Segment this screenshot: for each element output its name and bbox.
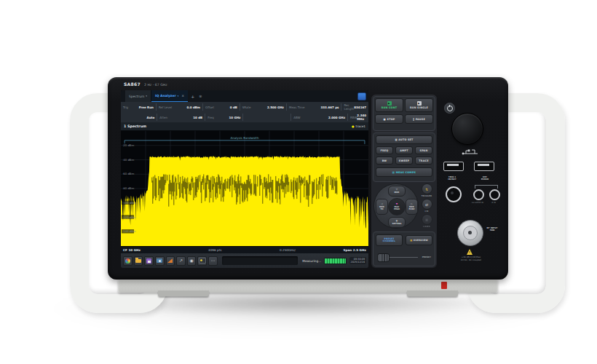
spectrum-trace-svg: Analysis Bandwidth-20 dBm-40 dBm-60 dBm-…	[121, 131, 368, 246]
offset-value: 0 dB	[230, 106, 237, 109]
stop-icon: ■	[384, 118, 386, 121]
save-icon[interactable]	[144, 256, 154, 266]
ampt-button[interactable]: AMPT	[395, 146, 413, 154]
usb-icon	[462, 149, 479, 155]
svg-text:Analysis Bandwidth: Analysis Bandwidth	[230, 136, 259, 140]
trace-button[interactable]: TRACE	[415, 157, 432, 165]
overview-button[interactable]: ▦ OVERVIEW	[406, 235, 432, 245]
warning-triangle-icon: !	[467, 249, 473, 255]
atten-label: Atten	[159, 116, 167, 119]
center-frequency-readout: CF 10 GHz	[123, 248, 141, 252]
svg-text:-40 dBm: -40 dBm	[122, 158, 134, 162]
stop-button[interactable]: ■ STOP	[375, 114, 403, 124]
close-all-tabs-icon[interactable]: ⊗	[197, 90, 203, 102]
setting-button[interactable]: ◉ SETTING	[388, 217, 406, 228]
instrument-front-panel: SA867 2 Hz - 67 GHz Spectrum ▾ IQ Analyz…	[108, 77, 508, 280]
chevron-down-icon[interactable]: ▾	[178, 95, 179, 98]
pause-button[interactable]: ‖ PAUSE	[405, 114, 433, 124]
bw-button[interactable]: BW	[376, 157, 393, 165]
abw-value: 2.000 GHz	[328, 116, 345, 119]
gear-icon[interactable]: ◉	[187, 256, 197, 266]
measure-progress-bar	[324, 258, 346, 264]
lines-button[interactable]: ≣	[422, 214, 432, 225]
side-key-column: ↯ TRIGGER ⇄ I/O ≣ LINES	[419, 183, 434, 228]
rbw-label: RBW	[350, 116, 357, 119]
freq-label: Freq	[207, 116, 214, 119]
lines-icon: ≣	[425, 218, 428, 222]
srate-value: 2.500 GHz	[267, 106, 284, 109]
tab-spectrum[interactable]: Spectrum ▾	[125, 90, 151, 102]
span-button[interactable]: SPAN	[415, 146, 432, 154]
clock: 09:30:09 2025/12/24	[349, 257, 367, 264]
close-tab-icon[interactable]: ×	[181, 94, 184, 98]
trace-color-dot-icon: ●	[352, 124, 355, 128]
preset-channel-button[interactable]: PRESET CHANNEL	[376, 234, 403, 246]
touchscreen: Spectrum ▾ IQ Analyzer ▾ × + ⊗ TrigFree …	[121, 90, 368, 268]
rotary-knob[interactable]	[451, 113, 483, 145]
run-single-button[interactable]: ▶ RUN SINGLE	[405, 98, 433, 112]
points-readout: 4096 pts	[208, 248, 221, 252]
slider-knob[interactable]	[377, 253, 390, 262]
message-readout	[222, 256, 298, 265]
measuring-status: Measuring...	[302, 259, 321, 263]
svg-text:-60 dBm: -60 dBm	[122, 172, 134, 175]
io-button[interactable]: ⇄	[422, 199, 432, 210]
screenshot-icon[interactable]	[155, 256, 165, 266]
preset-slider[interactable]: PRESET	[377, 253, 431, 261]
svg-text:-120 dBm: -120 dBm	[122, 215, 136, 219]
svg-text:-80 dBm: -80 dBm	[122, 186, 134, 190]
display-layout-icon[interactable]	[357, 92, 366, 100]
preset-slider-label: PRESET	[422, 256, 431, 258]
trigger-bolt-icon: ↯	[425, 187, 428, 191]
ext-mixer-bracket	[475, 185, 498, 189]
trig-bnc-connector	[446, 186, 462, 202]
tab-bar: Spectrum ▾ IQ Analyzer ▾ × + ⊗	[121, 90, 368, 102]
freq-button[interactable]: FREQ	[376, 146, 393, 154]
mkr-to-button[interactable]: ◁ MKR TO	[376, 199, 388, 215]
chevron-down-icon[interactable]: ▾	[146, 95, 147, 98]
print-icon[interactable]	[166, 256, 175, 266]
play-icon: ▶	[387, 101, 392, 106]
rf-input-label: RF INPUT 50Ω	[482, 227, 502, 232]
apps-launcher-icon[interactable]	[123, 256, 133, 266]
io-arrows-icon: ⇄	[425, 202, 428, 207]
run-cont-button[interactable]: ▶ RUN CONT	[375, 98, 403, 112]
rf-input-connector	[457, 220, 483, 246]
record-icon[interactable]	[197, 256, 207, 266]
auto-set-button[interactable]: ▦ AUTO SET	[376, 135, 432, 144]
meas-comps-button[interactable]: ▤ MEAS COMPS	[376, 167, 432, 177]
add-tab-button[interactable]: +	[188, 90, 197, 102]
more-icon[interactable]: ⋯	[208, 256, 218, 266]
scene: SA867 2 Hz - 67 GHz Spectrum ▾ IQ Analyz…	[0, 0, 597, 364]
meas-icon: ▤	[392, 171, 395, 174]
frequency-range: 2 Hz - 67 GHz	[144, 83, 167, 87]
foot-right	[407, 290, 458, 296]
run-control-group: ▶ RUN CONT ▶ RUN SINGLE ■ STOP ‖ PAUSE	[373, 96, 435, 131]
marker-nav-cluster: ▽ MKR ◁ MKR TO ▷ MKR FUNC ◉ SETTING ▼	[373, 183, 419, 229]
svg-text:-100 dBm: -100 dBm	[122, 201, 136, 205]
meas-time-value: 333.667 μs	[321, 106, 339, 109]
freq-value: 10 GHz	[229, 116, 240, 119]
mkr-func-button[interactable]: ▷ MKR FUNC	[406, 199, 418, 215]
max-peak-button[interactable]: ▼ MAX PEAK	[388, 198, 406, 215]
power-button[interactable]	[444, 103, 455, 114]
tab-iq-analyzer[interactable]: IQ Analyzer ▾ ×	[151, 90, 188, 102]
connector-panel: TRIG 1 IN/OUT EXT MIXER LO OUT/IF IN IF …	[440, 95, 502, 278]
chassis-base	[118, 278, 498, 293]
trig-value: Free Run	[139, 106, 154, 109]
function-key-group: ▦ AUTO SET FREQ AMPT SPAN BW SWEEP TRACE…	[373, 132, 435, 182]
spectrum-window-header: 1 Spectrum ● trace1	[121, 122, 368, 131]
mkr-button[interactable]: ▽ MKR	[388, 186, 406, 197]
rbw-value: 2.340 MHz	[357, 114, 366, 121]
usb-port-2	[474, 162, 494, 171]
pause-icon: ‖	[413, 117, 414, 121]
sweep-button[interactable]: SWEEP	[395, 157, 413, 165]
per-division-readout: 0.250GHz/	[280, 248, 296, 252]
spectrum-plot[interactable]: Analysis Bandwidth-20 dBm-40 dBm-60 dBm-…	[121, 131, 368, 246]
taskbar: ↗ ◉ ⋯ Measuring... 09:30:09 2025/12/24	[121, 253, 368, 268]
rec-length-label: Rec Length	[344, 103, 354, 111]
trigger-button[interactable]: ↯	[422, 183, 432, 194]
trace-legend: ● trace1	[352, 124, 365, 128]
folder-icon[interactable]	[134, 256, 143, 266]
export-icon[interactable]: ↗	[176, 256, 186, 266]
